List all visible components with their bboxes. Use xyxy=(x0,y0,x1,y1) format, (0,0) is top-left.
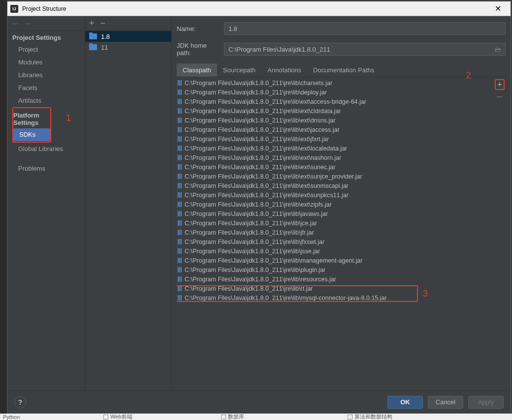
jar-icon xyxy=(178,183,182,188)
bg-opt2: 数据库 xyxy=(228,413,244,420)
tab-annotations[interactable]: Annotations xyxy=(261,63,307,77)
annotation-number-1: 1 xyxy=(66,113,71,123)
classpath-path: C:\Program Files\Java\jdk1.8.0_211\jre\l… xyxy=(185,257,362,264)
classpath-row[interactable]: C:\Program Files\Java\jdk1.8.0_211\jre\l… xyxy=(177,172,494,181)
sdk-list: 1.811 xyxy=(85,31,171,390)
classpath-row[interactable]: C:\Program Files\Java\jdk1.8.0_211\jre\l… xyxy=(177,293,494,302)
ok-button[interactable]: OK xyxy=(387,396,423,409)
classpath-row[interactable]: C:\Program Files\Java\jdk1.8.0_211\jre\l… xyxy=(177,237,494,246)
tab-documentation-paths[interactable]: Documentation Paths xyxy=(307,63,380,77)
classpath-row[interactable]: C:\Program Files\Java\jdk1.8.0_211\jre\l… xyxy=(177,228,494,237)
classpath-row[interactable]: C:\Program Files\Java\jdk1.8.0_211\jre\l… xyxy=(177,256,494,265)
add-classpath-icon[interactable]: + xyxy=(497,80,503,90)
classpath-wrap: C:\Program Files\Java\jdk1.8.0_211\jre\l… xyxy=(177,78,506,390)
jar-icon xyxy=(178,155,182,160)
project-structure-dialog: IJ Project Structure ✕ ← → Project Setti… xyxy=(7,1,511,414)
classpath-row[interactable]: C:\Program Files\Java\jdk1.8.0_211\jre\l… xyxy=(177,153,494,162)
nav-global-libraries[interactable]: Global Libraries xyxy=(7,143,85,155)
classpath-side-buttons: + 2 − xyxy=(494,78,506,390)
classpath-path: C:\Program Files\Java\jdk1.8.0_211\jre\l… xyxy=(185,192,349,199)
classpath-row[interactable]: C:\Program Files\Java\jdk1.8.0_211\jre\l… xyxy=(177,78,494,88)
help-button[interactable]: ? xyxy=(14,396,26,408)
nav-libraries[interactable]: Libraries xyxy=(7,69,85,82)
sdk-list-toolbar: + − xyxy=(85,16,171,31)
classpath-path: C:\Program Files\Java\jdk1.8.0_211\jre\l… xyxy=(185,154,341,161)
classpath-row[interactable]: C:\Program Files\Java\jdk1.8.0_211\jre\l… xyxy=(177,134,494,144)
close-button[interactable]: ✕ xyxy=(488,2,508,16)
classpath-path: C:\Program Files\Java\jdk1.8.0_211\jre\l… xyxy=(185,173,362,180)
sdk-item[interactable]: 11 xyxy=(85,42,171,53)
classpath-path: C:\Program Files\Java\jdk1.8.0_211\jre\l… xyxy=(185,98,366,105)
classpath-row[interactable]: C:\Program Files\Java\jdk1.8.0_211\jre\l… xyxy=(177,125,494,134)
apply-button[interactable]: Apply xyxy=(468,396,504,409)
cancel-button[interactable]: Cancel xyxy=(428,396,463,409)
remove-sdk-icon[interactable]: − xyxy=(100,18,106,29)
sdk-detail-panel: Name: 1.8 JDK home path: C:\Program File… xyxy=(172,16,511,390)
classpath-row[interactable]: C:\Program Files\Java\jdk1.8.0_211\jre\l… xyxy=(177,246,494,256)
jar-icon xyxy=(178,248,182,254)
classpath-row[interactable]: C:\Program Files\Java\jdk1.8.0_211\jre\l… xyxy=(177,190,494,200)
nav-problems[interactable]: Problems xyxy=(7,162,85,175)
name-value: 1.8 xyxy=(228,25,237,32)
jar-icon xyxy=(178,127,182,132)
sdk-tabs: ClasspathSourcepathAnnotationsDocumentat… xyxy=(177,63,506,77)
classpath-path: C:\Program Files\Java\jdk1.8.0_211\jre\l… xyxy=(185,276,336,283)
jar-icon xyxy=(178,136,182,142)
annotation-box-2: + 2 xyxy=(495,79,505,90)
name-input[interactable]: 1.8 xyxy=(224,22,506,35)
jar-icon xyxy=(178,90,182,95)
jdk-home-label: JDK home path: xyxy=(177,42,220,57)
titlebar: IJ Project Structure ✕ xyxy=(7,1,511,16)
annotation-box-1: Platform Settings SDKs 1 xyxy=(12,107,51,143)
jar-icon xyxy=(178,118,182,123)
classpath-row[interactable]: C:\Program Files\Java\jdk1.8.0_211\jre\l… xyxy=(177,162,494,172)
jar-icon xyxy=(178,80,182,86)
nav-project[interactable]: Project xyxy=(7,43,85,56)
classpath-row[interactable]: C:\Program Files\Java\jdk1.8.0_211\jre\l… xyxy=(177,144,494,153)
bg-checkbox-1 xyxy=(103,415,108,420)
app-icon: IJ xyxy=(10,5,18,13)
classpath-row[interactable]: C:\Program Files\Java\jdk1.8.0_211\jre\l… xyxy=(177,274,494,284)
back-icon[interactable]: ← xyxy=(11,19,19,28)
jar-icon xyxy=(178,230,182,235)
classpath-row[interactable]: C:\Program Files\Java\jdk1.8.0_211\jre\l… xyxy=(177,97,494,106)
browse-folder-icon[interactable]: 🗁 xyxy=(495,46,501,53)
classpath-row[interactable]: C:\Program Files\Java\jdk1.8.0_211\jre\l… xyxy=(177,181,494,190)
classpath-path: C:\Program Files\Java\jdk1.8.0_211\jre\l… xyxy=(185,210,328,217)
bg-opt1: Web前端 xyxy=(110,413,132,420)
classpath-row[interactable]: C:\Program Files\Java\jdk1.8.0_211\jre\l… xyxy=(177,106,494,116)
remove-classpath-icon[interactable]: − xyxy=(497,94,503,100)
nav-artifacts[interactable]: Artifacts xyxy=(7,94,85,107)
jdk-home-value: C:\Program Files\Java\jdk1.8.0_211 xyxy=(228,46,330,53)
classpath-row[interactable]: C:\Program Files\Java\jdk1.8.0_211\jre\l… xyxy=(177,116,494,125)
classpath-path: C:\Program Files\Java\jdk1.8.0_211\jre\l… xyxy=(185,201,332,208)
jdk-home-input[interactable]: C:\Program Files\Java\jdk1.8.0_211 🗁 xyxy=(224,43,506,56)
jar-icon xyxy=(178,220,182,226)
nav-sdks[interactable]: SDKs xyxy=(13,128,50,141)
jar-icon xyxy=(178,164,182,170)
nav-facets[interactable]: Facets xyxy=(7,82,85,94)
tab-classpath[interactable]: Classpath xyxy=(177,63,217,77)
sdk-item[interactable]: 1.8 xyxy=(85,31,171,42)
classpath-path: C:\Program Files\Java\jdk1.8.0_211\jre\l… xyxy=(185,145,347,152)
dialog-footer: ? OK Cancel Apply xyxy=(7,390,511,413)
bg-python-label: Python xyxy=(3,414,20,420)
add-sdk-icon[interactable]: + xyxy=(89,18,95,29)
classpath-row[interactable]: C:\Program Files\Java\jdk1.8.0_211\jre\l… xyxy=(177,209,494,218)
folder-icon xyxy=(89,33,97,39)
name-label: Name: xyxy=(177,25,220,32)
classpath-list[interactable]: C:\Program Files\Java\jdk1.8.0_211\jre\l… xyxy=(177,78,494,390)
classpath-row[interactable]: C:\Program Files\Java\jdk1.8.0_211\jre\l… xyxy=(177,218,494,228)
forward-icon[interactable]: → xyxy=(24,19,32,28)
jar-icon xyxy=(178,202,182,207)
left-nav: ← → Project Settings Project Modules Lib… xyxy=(7,16,85,390)
classpath-row[interactable]: C:\Program Files\Java\jdk1.8.0_211\jre\l… xyxy=(177,265,494,274)
classpath-row[interactable]: C:\Program Files\Java\jdk1.8.0_211\jre\l… xyxy=(177,200,494,209)
tab-sourcepath[interactable]: Sourcepath xyxy=(217,63,262,77)
jar-icon xyxy=(178,192,182,198)
classpath-row[interactable]: C:\Program Files\Java\jdk1.8.0_211\jre\l… xyxy=(177,284,494,293)
nav-modules[interactable]: Modules xyxy=(7,56,85,69)
window-title: Project Structure xyxy=(22,5,488,12)
classpath-path: C:\Program Files\Java\jdk1.8.0_211\jre\l… xyxy=(185,182,349,189)
classpath-row[interactable]: C:\Program Files\Java\jdk1.8.0_211\jre\l… xyxy=(177,88,494,97)
